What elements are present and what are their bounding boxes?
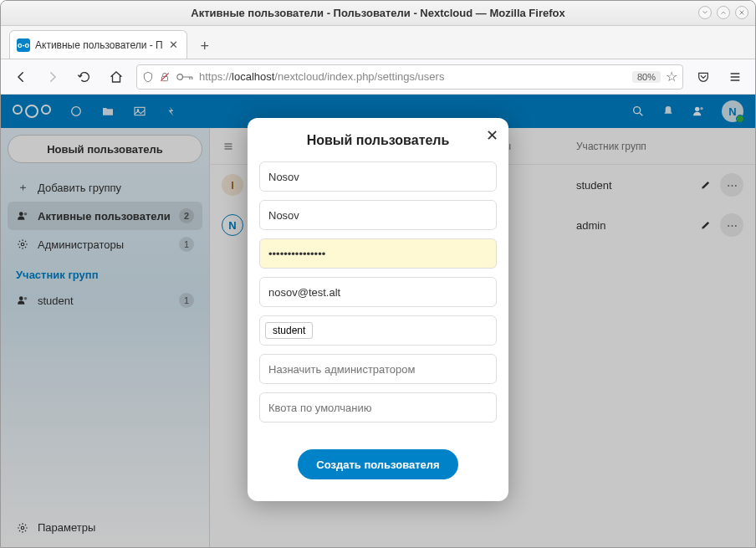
admin-input[interactable] [259,354,497,384]
create-user-button[interactable]: Создать пользователя [298,449,457,479]
pocket-icon[interactable] [692,65,715,89]
groups-input[interactable]: student [259,315,497,346]
shield-icon[interactable] [142,71,154,83]
new-user-modal: ✕ Новый пользователь student Создать пол… [248,118,508,501]
window-titlebar: Активные пользователи - Пользователи - N… [1,1,755,26]
browser-navbar: https://localhost/nextcloud/index.php/se… [1,59,755,95]
tab-label: Активные пользователи - П [35,39,163,51]
group-tag[interactable]: student [265,322,313,339]
window-close-button[interactable] [735,6,748,19]
email-input[interactable] [259,277,497,307]
key-icon[interactable] [176,72,194,82]
svg-point-2 [177,74,183,79]
window-minimize-button[interactable] [698,6,712,19]
window-title: Активные пользователи - Пользователи - N… [191,7,564,19]
displayname-input[interactable] [259,200,497,230]
quota-input[interactable] [259,392,497,423]
tab-close-icon[interactable]: ✕ [168,39,180,51]
nextcloud-favicon-icon: o-o [17,38,30,52]
username-input[interactable] [259,161,497,192]
hamburger-menu-icon[interactable] [723,65,747,89]
password-input[interactable] [259,238,497,269]
browser-tab[interactable]: o-o Активные пользователи - П ✕ [9,30,187,59]
browser-tabbar: o-o Активные пользователи - П ✕ + [1,26,755,59]
modal-title: Новый пользователь [259,133,497,148]
url-text: https://localhost/nextcloud/index.php/se… [199,70,627,83]
forward-button [41,65,64,89]
window-maximize-button[interactable] [717,6,730,19]
lock-icon[interactable] [159,71,171,83]
new-tab-button[interactable]: + [192,33,217,59]
home-button[interactable] [105,65,128,89]
bookmark-star-icon[interactable]: ☆ [666,69,677,85]
back-button[interactable] [9,65,33,89]
url-bar[interactable]: https://localhost/nextcloud/index.php/se… [136,64,683,90]
zoom-badge[interactable]: 80% [632,71,661,83]
modal-close-icon[interactable]: ✕ [486,126,498,145]
modal-overlay[interactable]: ✕ Новый пользователь student Создать пол… [1,95,755,547]
reload-button[interactable] [73,65,96,89]
